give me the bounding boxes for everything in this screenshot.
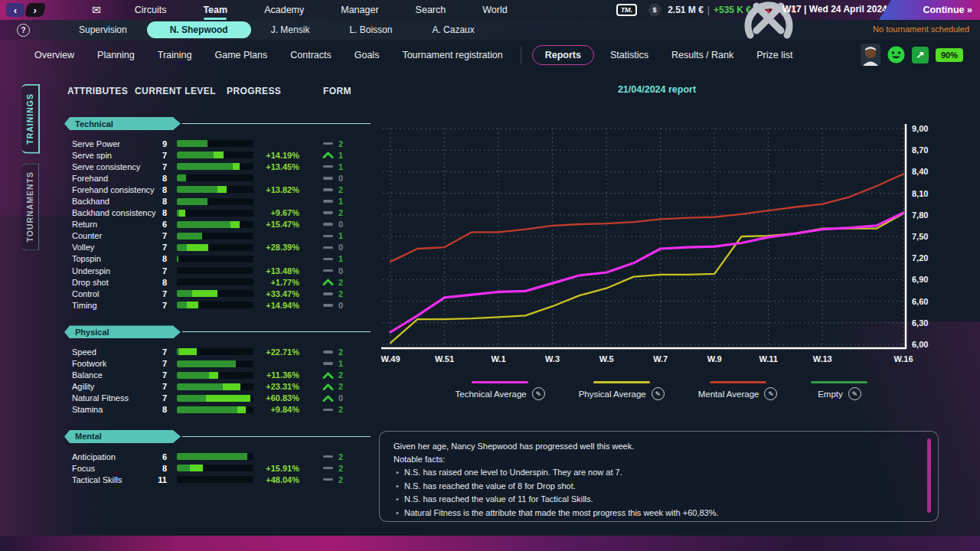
- attributes-subtab-current-level[interactable]: CURRENT LEVEL: [135, 86, 216, 96]
- edit-icon[interactable]: ✎: [764, 387, 777, 400]
- menu-item-manager[interactable]: Manager: [322, 2, 397, 18]
- player-tab-n-shepwood[interactable]: N. Shepwood: [147, 21, 251, 38]
- legend-label: Mental Average: [698, 390, 760, 399]
- attribute-level-bar: [177, 233, 253, 240]
- tab-statistics[interactable]: Statistics: [599, 45, 660, 65]
- attribute-level-bar: [177, 267, 253, 274]
- attribute-value: 8: [150, 174, 167, 183]
- attribute-form-count: 2: [338, 139, 351, 148]
- svg-text:W.9: W.9: [707, 354, 722, 364]
- trend-dash: [323, 467, 333, 470]
- menu-item-circuits[interactable]: Circuits: [116, 2, 185, 18]
- side-tab-trainings[interactable]: TRAININGS: [21, 84, 40, 154]
- tab-overview[interactable]: Overview: [23, 45, 86, 65]
- legend-label: Physical Average: [579, 390, 646, 399]
- report-bullet: N.S. has reached the value of 11 for Tac…: [394, 494, 915, 504]
- tab-prize-list[interactable]: Prize list: [745, 45, 804, 65]
- trend-dash: [323, 409, 333, 412]
- bar-fill-gain: [209, 372, 218, 379]
- attribute-level-bar: [177, 290, 253, 297]
- content-area: OverviewPlanningTrainingGame PlansContra…: [0, 40, 980, 536]
- attribute-form-count: 1: [338, 359, 351, 368]
- attribute-label: Forehand consistency: [64, 185, 150, 194]
- svg-text:W.5: W.5: [599, 354, 614, 364]
- edit-icon[interactable]: ✎: [532, 387, 545, 400]
- svg-text:6,00: 6,00: [912, 340, 928, 349]
- legend-item-technical-average: Technical Average✎: [456, 381, 545, 400]
- attribute-progress-pct: +13.48%: [253, 266, 299, 276]
- tab-planning[interactable]: Planning: [86, 45, 146, 65]
- legend-swatch: [811, 381, 867, 383]
- attribute-label: Anticipation: [64, 452, 150, 461]
- tournament-notice: No tournament scheduled: [873, 24, 969, 34]
- bar-fill-base: [177, 140, 207, 147]
- tab-reports[interactable]: Reports: [532, 45, 594, 65]
- balance-value: 2.51 M €: [668, 5, 704, 15]
- bar-fill-base: [177, 395, 206, 402]
- player-tab-supervision[interactable]: Supervision: [59, 22, 147, 37]
- tm-logo: TM.: [616, 4, 638, 16]
- trend-dash: [323, 188, 333, 191]
- bar-fill-base: [177, 302, 187, 308]
- attribute-progress-pct: +22.71%: [253, 347, 299, 357]
- legend-item-mental-average: Mental Average✎: [698, 381, 778, 400]
- tab-results-rank[interactable]: Results / Rank: [660, 45, 745, 65]
- bar-fill-base: [177, 383, 223, 390]
- section-banner-mental: Mental: [64, 430, 371, 443]
- section-title: Mental: [64, 430, 181, 443]
- section-banner-line: [182, 123, 371, 124]
- menu-item-academy[interactable]: Academy: [246, 2, 322, 18]
- attribute-level-bar: [177, 348, 253, 355]
- attribute-level-bar: [177, 186, 253, 193]
- finance-separator: |: [707, 5, 710, 15]
- bar-fill-gain: [217, 186, 227, 193]
- app-window: ‹ › ✉ CircuitsTeamAcademyManagerSearchWo…: [0, 0, 980, 551]
- report-scrollbar[interactable]: [927, 439, 931, 513]
- bottom-bar: [0, 536, 980, 551]
- back-button[interactable]: ‹: [6, 3, 24, 17]
- attribute-form-count: 2: [338, 405, 351, 414]
- attribute-label: Serve Power: [64, 139, 150, 148]
- series-mental-average: [390, 174, 903, 262]
- edit-icon[interactable]: ✎: [848, 387, 861, 400]
- legend-row: Mental Average✎: [698, 387, 778, 400]
- tab-contracts[interactable]: Contracts: [279, 45, 343, 65]
- forward-button[interactable]: ›: [24, 3, 46, 17]
- menu-item-team[interactable]: Team: [185, 2, 246, 18]
- attributes-subtab-form[interactable]: FORM: [323, 86, 351, 96]
- tab-goals[interactable]: Goals: [343, 45, 391, 65]
- edit-icon[interactable]: ✎: [652, 387, 665, 400]
- attribute-value: 7: [150, 231, 167, 240]
- attributes-subtab-attributes[interactable]: ATTRIBUTES: [67, 86, 128, 96]
- tab-training[interactable]: Training: [146, 45, 204, 65]
- continue-button[interactable]: Continue »: [879, 0, 980, 20]
- trend-dash: [323, 362, 333, 365]
- player-tab-l-boisson[interactable]: L. Boisson: [329, 22, 412, 37]
- menu-item-search[interactable]: Search: [397, 2, 465, 18]
- trend-up-icon: [321, 383, 335, 390]
- menu-item-world[interactable]: World: [464, 2, 525, 18]
- side-tab-tournaments[interactable]: TOURNAMENTS: [21, 163, 39, 250]
- trend-up-icon: [321, 279, 335, 285]
- tab-game-plans[interactable]: Game Plans: [203, 45, 279, 65]
- svg-text:W.13: W.13: [813, 354, 832, 364]
- attribute-value: 8: [150, 208, 167, 217]
- attribute-progress-pct: +9.84%: [253, 405, 299, 414]
- attributes-subtab-progress[interactable]: PROGRESS: [227, 86, 281, 96]
- attribute-progress-pct: +9.67%: [253, 208, 299, 217]
- attribute-row-focus: Focus8+15.91%2: [64, 462, 371, 474]
- attribute-value: 8: [150, 278, 167, 287]
- attribute-value: 7: [150, 359, 167, 368]
- trend-flat-icon: [321, 269, 335, 272]
- player-tab-a-cazaux[interactable]: A. Cazaux: [412, 22, 494, 37]
- player-tab-j-mensik[interactable]: J. Mensik: [251, 22, 330, 37]
- attribute-sections: TechnicalServe Power92Serve spin7+14.19%…: [64, 117, 371, 485]
- help-icon[interactable]: ?: [17, 24, 30, 37]
- tab-tournament-registration[interactable]: Tournament registration: [390, 45, 514, 65]
- attribute-row-drop-shot: Drop shot8+1.77%2: [64, 276, 371, 288]
- attribute-form-count: 2: [338, 208, 351, 217]
- attribute-row-stamina: Stamina8+9.84%2: [64, 404, 371, 416]
- bar-fill-base: [177, 290, 192, 297]
- attribute-form-count: 0: [338, 243, 351, 252]
- mail-icon[interactable]: ✉: [92, 4, 101, 16]
